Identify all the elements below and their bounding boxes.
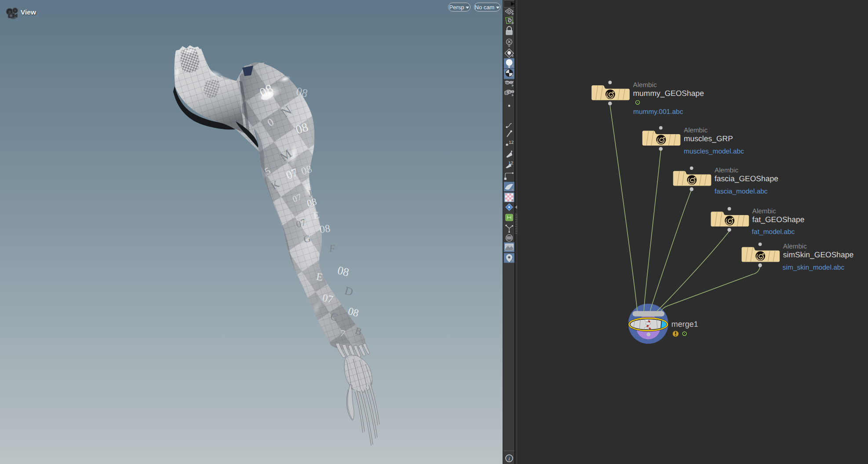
svg-text:fat_GEOShape: fat_GEOShape	[752, 215, 805, 224]
svg-text:muscles_model.abc: muscles_model.abc	[684, 148, 744, 155]
svg-text:mummy.001.abc: mummy.001.abc	[633, 108, 683, 116]
svg-text:fascia_model.abc: fascia_model.abc	[715, 188, 768, 195]
svg-text:Alembic: Alembic	[715, 167, 738, 174]
svg-text:Alembic: Alembic	[633, 81, 657, 89]
svg-text:08: 08	[319, 223, 331, 236]
svg-text:mummy_GEOShape: mummy_GEOShape	[633, 89, 704, 98]
svg-text:Alembic: Alembic	[783, 243, 807, 250]
svg-text:08: 08	[306, 196, 317, 209]
svg-text:Alembic: Alembic	[752, 208, 776, 215]
svg-text:08: 08	[295, 85, 309, 100]
svg-text:E: E	[313, 209, 321, 221]
svg-text:F: F	[328, 243, 336, 255]
svg-text:12: 12	[508, 161, 514, 166]
svg-text:i: i	[508, 456, 510, 462]
svg-text:D: D	[343, 284, 354, 299]
svg-text:simSkin_GEOShape: simSkin_GEOShape	[783, 250, 854, 259]
svg-text:muscles_GRP: muscles_GRP	[684, 134, 733, 143]
svg-text:fascia_GEOShape: fascia_GEOShape	[715, 174, 778, 183]
svg-text:08: 08	[336, 264, 350, 279]
svg-text:Alembic: Alembic	[684, 127, 708, 134]
svg-text:merge1: merge1	[671, 320, 698, 329]
svg-text:sim_skin_model.abc: sim_skin_model.abc	[783, 264, 845, 271]
svg-text:12: 12	[509, 140, 514, 145]
svg-text:fat_model.abc: fat_model.abc	[752, 228, 795, 236]
